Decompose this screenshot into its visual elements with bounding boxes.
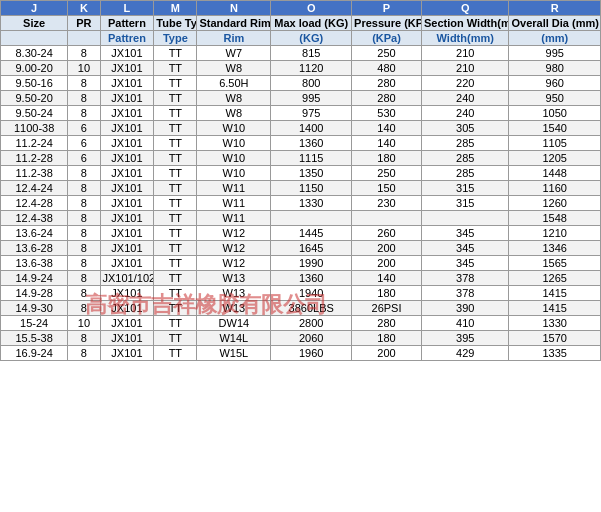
table-cell: 2060 (271, 331, 352, 346)
table-cell: 2800 (271, 316, 352, 331)
table-cell: 285 (422, 166, 509, 181)
column-letters-row: J K L M N O P Q R (1, 1, 601, 16)
table-cell: JX101 (100, 301, 154, 316)
table-cell: TT (154, 136, 197, 151)
header-pr: PR (68, 16, 100, 31)
table-cell: W14L (197, 331, 271, 346)
table-row: 12.4-288JX101TTW1113302303151260 (1, 196, 601, 211)
table-cell: 995 (271, 91, 352, 106)
table-cell: 1570 (509, 331, 601, 346)
table-cell: 1330 (271, 196, 352, 211)
table-cell: 315 (422, 181, 509, 196)
table-cell: TT (154, 76, 197, 91)
table-cell: 1120 (271, 61, 352, 76)
header-standard-rim: Standard Rim (197, 16, 271, 31)
table-cell: 180 (352, 286, 422, 301)
table-cell: 1335 (509, 346, 601, 361)
table-cell: TT (154, 346, 197, 361)
table-cell: 1448 (509, 166, 601, 181)
table-cell: TT (154, 61, 197, 76)
subheader-pr (68, 31, 100, 46)
col-header-l: L (100, 1, 154, 16)
table-cell: 8 (68, 271, 100, 286)
table-cell: JX101 (100, 331, 154, 346)
table-cell: 240 (422, 106, 509, 121)
table-cell: 315 (422, 196, 509, 211)
table-cell: 8 (68, 181, 100, 196)
table-cell: W13 (197, 301, 271, 316)
table-cell: 6 (68, 151, 100, 166)
table-cell: TT (154, 181, 197, 196)
table-cell: TT (154, 121, 197, 136)
table-cell: 1960 (271, 346, 352, 361)
table-cell: 8 (68, 91, 100, 106)
table-cell: 8 (68, 346, 100, 361)
table-cell: W8 (197, 61, 271, 76)
table-cell: 210 (422, 46, 509, 61)
table-cell: 180 (352, 151, 422, 166)
table-cell: JX101 (100, 136, 154, 151)
col-header-m: M (154, 1, 197, 16)
col-header-k: K (68, 1, 100, 16)
table-cell: 11.2-28 (1, 151, 68, 166)
table-cell: 1540 (509, 121, 601, 136)
table-cell: W8 (197, 106, 271, 121)
table-cell: 1360 (271, 271, 352, 286)
table-cell: 345 (422, 256, 509, 271)
table-cell: TT (154, 256, 197, 271)
table-cell: TT (154, 241, 197, 256)
table-cell: 9.50-24 (1, 106, 68, 121)
subheader-mm: (mm) (509, 31, 601, 46)
table-cell: 378 (422, 286, 509, 301)
table-cell: 1400 (271, 121, 352, 136)
table-row: 15-2410JX101TTDW1428002804101330 (1, 316, 601, 331)
table-cell: 1260 (509, 196, 601, 211)
table-cell: TT (154, 271, 197, 286)
table-cell: 230 (352, 196, 422, 211)
table-cell: 285 (422, 151, 509, 166)
table-row: 12.4-388JX101TTW111548 (1, 211, 601, 226)
table-cell: DW14 (197, 316, 271, 331)
table-row: 11.2-388JX101TTW1013502502851448 (1, 166, 601, 181)
table-cell: TT (154, 166, 197, 181)
table-cell: 1415 (509, 301, 601, 316)
table-cell: TT (154, 151, 197, 166)
col-header-q: Q (422, 1, 509, 16)
table-cell: W8 (197, 91, 271, 106)
table-cell: JX101 (100, 241, 154, 256)
table-cell: 13.6-38 (1, 256, 68, 271)
subheader-kg: (KG) (271, 31, 352, 46)
table-row: 16.9-248JX101TTW15L19602004291335 (1, 346, 601, 361)
table-row: 14.9-248JX101/102TTW1313601403781265 (1, 271, 601, 286)
table-cell: W10 (197, 166, 271, 181)
table-cell: 26PSI (352, 301, 422, 316)
table-cell: 15-24 (1, 316, 68, 331)
table-cell: 1645 (271, 241, 352, 256)
table-row: 15.5-388JX101TTW14L20601803951570 (1, 331, 601, 346)
table-cell: 260 (352, 226, 422, 241)
table-cell: 980 (509, 61, 601, 76)
table-cell: 8.30-24 (1, 46, 68, 61)
table-cell: W11 (197, 211, 271, 226)
spreadsheet-container: 高密市吉祥橡胶有限公司 J K L M N (0, 0, 601, 361)
table-row: 11.2-246JX101TTW1013601402851105 (1, 136, 601, 151)
table-row: 13.6-248JX101TTW1214452603451210 (1, 226, 601, 241)
table-cell: 210 (422, 61, 509, 76)
header-max-load: Max load (KG) (271, 16, 352, 31)
table-cell: 12.4-24 (1, 181, 68, 196)
table-cell: 390 (422, 301, 509, 316)
table-cell: 12.4-28 (1, 196, 68, 211)
table-cell: 200 (352, 346, 422, 361)
table-cell: W11 (197, 181, 271, 196)
table-cell: 8 (68, 286, 100, 301)
table-cell: 280 (352, 76, 422, 91)
table-cell: JX101 (100, 316, 154, 331)
table-cell: 1565 (509, 256, 601, 271)
table-cell: 140 (352, 271, 422, 286)
table-row: 9.00-2010JX101TTW81120480210980 (1, 61, 601, 76)
subheader-width: Width(mm) (422, 31, 509, 46)
table-cell: 1210 (509, 226, 601, 241)
table-cell: 305 (422, 121, 509, 136)
col-header-n: N (197, 1, 271, 16)
column-names-row: Size PR Pattern Tube Type Standard Rim M… (1, 16, 601, 31)
